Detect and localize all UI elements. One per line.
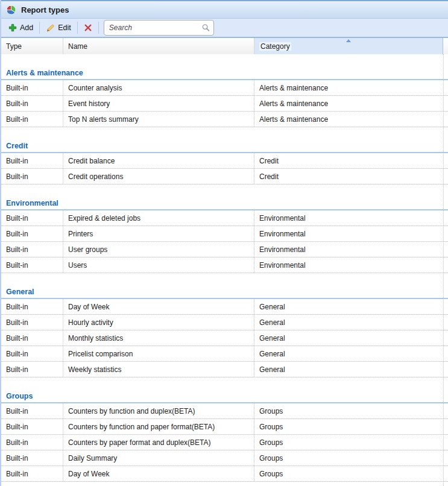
table-row[interactable]: Built-inCounters by function and paper f…: [1, 419, 448, 435]
cell-filler: [443, 403, 448, 418]
toolbar-separator: [39, 22, 40, 34]
cell-filler: [443, 346, 448, 361]
cell-name: Counters by paper format and duplex(BETA…: [63, 435, 254, 450]
cell-filler: [443, 226, 448, 241]
cell-type: Built-in: [1, 96, 63, 111]
cell-filler: [443, 315, 448, 330]
cell-name: Expired & deleted jobs: [63, 210, 254, 226]
column-header-category[interactable]: Category: [254, 38, 443, 54]
cell-filler: [443, 330, 448, 346]
table-row[interactable]: Built-inUsersEnvironmental: [1, 257, 448, 273]
cell-type: Built-in: [1, 466, 63, 481]
cell-filler: [443, 257, 448, 273]
report-group: Alerts & maintenanceBuilt-inCounter anal…: [1, 54, 448, 127]
cell-category: General: [254, 362, 443, 377]
cell-name: Printers: [63, 226, 254, 241]
toolbar: Add Edit: [1, 19, 448, 37]
cell-type: Built-in: [1, 346, 63, 361]
toolbar-separator: [98, 22, 99, 34]
report-types-window: Report types Add Edit: [0, 0, 448, 486]
table-row[interactable]: Built-inCounters by function and duplex(…: [1, 403, 448, 419]
table-header-row: Type Name Category: [1, 37, 448, 54]
cell-filler: [443, 96, 448, 111]
cell-category: Environmental: [254, 242, 443, 257]
edit-button[interactable]: Edit: [42, 22, 75, 34]
cell-name: Event history: [63, 96, 254, 111]
cell-category: Credit: [254, 169, 443, 184]
cell-type: Built-in: [1, 315, 63, 330]
cell-filler: [443, 419, 448, 434]
report-group: GeneralBuilt-inDay of WeekGeneralBuilt-i…: [1, 273, 448, 377]
cell-name: Top N alerts summary: [63, 112, 254, 127]
cell-category: Credit: [254, 153, 443, 168]
cell-type: Built-in: [1, 403, 63, 418]
cell-filler: [443, 299, 448, 314]
cell-category: Groups: [254, 403, 443, 418]
table-row[interactable]: Built-inPricelist comparisonGeneral: [1, 346, 448, 362]
add-button[interactable]: Add: [5, 22, 37, 34]
table-row[interactable]: Built-inDay of WeekGroups: [1, 466, 448, 482]
search-input[interactable]: [104, 20, 214, 36]
add-button-label: Add: [20, 24, 33, 32]
table-row[interactable]: Built-inDay of WeekGeneral: [1, 299, 448, 315]
table-row[interactable]: Built-inMonthly statisticsGeneral: [1, 330, 448, 346]
cell-type: Built-in: [1, 330, 63, 346]
cell-category: Groups: [254, 450, 443, 465]
column-header-label: Category: [259, 42, 291, 51]
cell-category: Groups: [254, 419, 443, 434]
table-row[interactable]: Built-inEvent historyAlerts & maintenanc…: [1, 96, 448, 112]
magnifier-icon: [201, 24, 210, 33]
cell-category: Groups: [254, 435, 443, 450]
report-group: EnvironmentalBuilt-inExpired & deleted j…: [1, 185, 448, 273]
edit-button-label: Edit: [58, 24, 71, 32]
cell-filler: [443, 80, 448, 95]
cell-type: Built-in: [1, 226, 63, 241]
cell-name: Daily Summary: [63, 450, 254, 465]
table-row[interactable]: Built-inHourly activityGeneral: [1, 315, 448, 330]
cell-name: Counters by function and paper format(BE…: [63, 419, 254, 434]
table-row[interactable]: Built-inCredit operationsCredit: [1, 169, 448, 185]
cell-category: General: [254, 315, 443, 330]
cell-filler: [443, 435, 448, 450]
cell-name: Counters by function and duplex(BETA): [63, 403, 254, 418]
cell-category: Groups: [254, 466, 443, 481]
cell-type: Built-in: [1, 210, 63, 226]
table-row[interactable]: Built-inCounters by paper format and dup…: [1, 435, 448, 450]
column-header-type[interactable]: Type: [1, 38, 63, 54]
column-header-label: Type: [6, 42, 22, 51]
table-row[interactable]: Built-inCounter analysisAlerts & mainten…: [1, 80, 448, 96]
cell-filler: [443, 450, 448, 465]
table-row[interactable]: Built-inPrintersEnvironmental: [1, 226, 448, 242]
table-row[interactable]: Built-inTop N alerts summaryAlerts & mai…: [1, 112, 448, 127]
column-header-label: Name: [68, 42, 87, 51]
cell-filler: [443, 466, 448, 481]
cell-category: Alerts & maintenance: [254, 96, 443, 111]
cell-name: Day of Week: [63, 299, 254, 314]
cell-name: Pricelist comparison: [63, 346, 254, 361]
table-body: Alerts & maintenanceBuilt-inCounter anal…: [1, 54, 448, 486]
toolbar-separator: [77, 22, 78, 34]
cell-type: Built-in: [1, 419, 63, 434]
cell-category: Environmental: [254, 226, 443, 241]
delete-button[interactable]: [80, 22, 96, 34]
table-row[interactable]: Built-inDaily SummaryGroups: [1, 450, 448, 466]
pie-chart-icon: [6, 5, 16, 15]
cell-type: Built-in: [1, 257, 63, 273]
cell-category: Environmental: [254, 257, 443, 273]
table-row[interactable]: Built-inExpired & deleted jobsEnvironmen…: [1, 210, 448, 226]
sort-ascending-icon: [346, 39, 351, 42]
cell-type: Built-in: [1, 80, 63, 95]
table-row[interactable]: Built-inWeekly statisticsGeneral: [1, 362, 448, 377]
cell-filler: [443, 242, 448, 257]
table-row[interactable]: Built-inUser groupsEnvironmental: [1, 242, 448, 257]
table-row[interactable]: Built-inCredit balanceCredit: [1, 153, 448, 169]
column-header-filler: [443, 38, 448, 54]
cell-type: Built-in: [1, 362, 63, 377]
report-group: GroupsBuilt-inCounters by function and d…: [1, 377, 448, 482]
group-title: Groups: [1, 390, 448, 402]
cell-filler: [443, 210, 448, 226]
cell-category: General: [254, 299, 443, 314]
search-box: [104, 20, 214, 36]
column-header-name[interactable]: Name: [63, 38, 254, 54]
cell-type: Built-in: [1, 153, 63, 168]
